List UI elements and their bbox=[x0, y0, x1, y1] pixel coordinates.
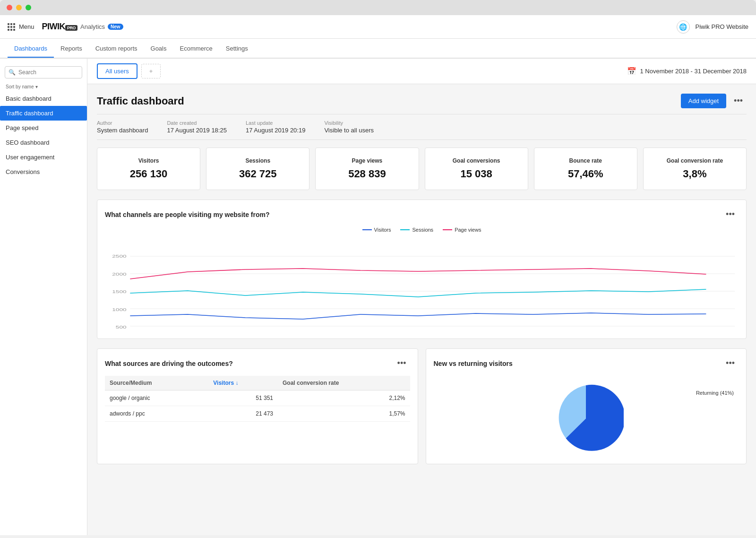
meta-last-update: Last update 17 August 2019 20:19 bbox=[246, 120, 306, 134]
sources-title-row: What sources are driving the outcomes? •… bbox=[105, 356, 410, 370]
dashboard-actions: Add widget ••• bbox=[681, 94, 747, 108]
col-goal-rate: Goal conversion rate bbox=[278, 376, 410, 390]
sources-title: What sources are driving the outcomes? bbox=[105, 360, 233, 367]
legend-visitors: Visitors bbox=[362, 227, 391, 233]
kpi-sessions: Sessions 362 725 bbox=[206, 148, 309, 190]
pie-title-row: New vs returning visitors ••• bbox=[434, 356, 739, 370]
search-input[interactable] bbox=[5, 66, 82, 78]
kpi-visitors: Visitors 256 130 bbox=[97, 148, 200, 190]
site-name: Piwik PRO Website bbox=[696, 23, 748, 30]
nav-tabs: Dashboards Reports Custom reports Goals … bbox=[0, 39, 756, 59]
pie-chart-section: New vs returning visitors ••• R bbox=[426, 348, 747, 464]
chart-title-row: What channels are people visiting my web… bbox=[105, 208, 739, 221]
tab-ecommerce[interactable]: Ecommerce bbox=[173, 40, 219, 58]
visitors-1: 51 351 bbox=[208, 390, 278, 406]
new-badge: New bbox=[108, 24, 123, 30]
visitors-2: 21 473 bbox=[208, 406, 278, 422]
chart-more-button[interactable]: ••• bbox=[722, 208, 739, 221]
sort-by-name[interactable]: Sort by name ▾ bbox=[0, 82, 87, 91]
table-row: google / organic 51 351 2,12% bbox=[105, 390, 410, 406]
add-widget-button[interactable]: Add widget bbox=[681, 94, 726, 108]
chart-svg: 500 1000 1500 2000 2500 bbox=[105, 236, 739, 331]
sidebar-item-seo[interactable]: SEO dashboard bbox=[0, 135, 87, 150]
source-2: adwords / ppc bbox=[105, 406, 208, 422]
meta-date-created: Date created 17 August 2019 18:25 bbox=[167, 120, 227, 134]
kpi-page-views: Page views 528 839 bbox=[315, 148, 419, 190]
rate-2: 1,57% bbox=[278, 406, 410, 422]
sidebar-item-page-speed[interactable]: Page speed bbox=[0, 121, 87, 135]
sidebar-item-basic[interactable]: Basic dashboard bbox=[0, 91, 87, 106]
tab-custom-reports[interactable]: Custom reports bbox=[89, 40, 144, 58]
sources-table-section: What sources are driving the outcomes? •… bbox=[97, 348, 418, 464]
pie-more-button[interactable]: ••• bbox=[722, 356, 739, 370]
sidebar-item-traffic[interactable]: Traffic dashboard bbox=[0, 106, 87, 121]
dashboard-title: Traffic dashboard bbox=[97, 95, 184, 107]
pie-svg bbox=[548, 381, 624, 456]
calendar-icon: 📅 bbox=[627, 67, 636, 76]
col-visitors-sort[interactable]: Visitors ↓ bbox=[208, 376, 278, 390]
svg-text:1500: 1500 bbox=[112, 289, 126, 294]
analytics-label: Analytics bbox=[80, 23, 105, 30]
chart-area: 500 1000 1500 2000 2500 bbox=[105, 236, 739, 331]
date-range: 📅 1 November 2018 - 31 December 2018 bbox=[627, 67, 747, 76]
logo-pro: PRO bbox=[65, 25, 77, 31]
all-users-tab[interactable]: All users bbox=[97, 63, 137, 79]
sources-table: Source/Medium Visitors ↓ Goal conversion… bbox=[105, 376, 410, 422]
sidebar-search-wrapper: 🔍 bbox=[5, 66, 82, 78]
chart-title: What channels are people visiting my web… bbox=[105, 211, 270, 218]
bottom-row: What sources are driving the outcomes? •… bbox=[97, 348, 747, 464]
tab-settings[interactable]: Settings bbox=[219, 40, 255, 58]
topbar-right: 🌐 Piwik PRO Website bbox=[677, 20, 748, 34]
sidebar: 🔍 Sort by name ▾ Basic dashboard Traffic… bbox=[0, 59, 87, 535]
channels-chart-section: What channels are people visiting my web… bbox=[97, 200, 747, 339]
meta-author: Author System dashboard bbox=[97, 120, 148, 134]
meta-row: Author System dashboard Date created 17 … bbox=[97, 114, 747, 140]
maximize-btn[interactable] bbox=[26, 5, 31, 10]
legend-page-views-dot bbox=[443, 229, 452, 230]
legend-sessions: Sessions bbox=[400, 227, 433, 233]
close-btn[interactable] bbox=[7, 5, 12, 10]
svg-text:2500: 2500 bbox=[112, 254, 126, 258]
pie-container: Returning (41%) bbox=[434, 381, 739, 456]
legend-visitors-dot bbox=[362, 229, 372, 230]
main-content: All users + 📅 1 November 2018 - 31 Decem… bbox=[87, 59, 756, 535]
dashboard-content: Traffic dashboard Add widget ••• Author … bbox=[87, 84, 756, 474]
kpi-row: Visitors 256 130 Sessions 362 725 Page v… bbox=[97, 148, 747, 190]
add-tab-button[interactable]: + bbox=[141, 64, 161, 78]
tab-dashboards[interactable]: Dashboards bbox=[8, 40, 54, 58]
sidebar-item-conversions[interactable]: Conversions bbox=[0, 165, 87, 179]
sources-more-button[interactable]: ••• bbox=[394, 356, 410, 370]
layout: 🔍 Sort by name ▾ Basic dashboard Traffic… bbox=[0, 59, 756, 535]
tab-goals[interactable]: Goals bbox=[144, 40, 173, 58]
col-source-medium: Source/Medium bbox=[105, 376, 208, 390]
sidebar-item-user-engagement[interactable]: User engagement bbox=[0, 150, 87, 165]
topbar: Menu PIWIKPRO Analytics New 🌐 Piwik PRO … bbox=[0, 15, 756, 39]
minimize-btn[interactable] bbox=[16, 5, 22, 10]
tab-reports[interactable]: Reports bbox=[54, 40, 89, 58]
meta-visibility: Visibility Visible to all users bbox=[324, 120, 374, 134]
kpi-goal-conversions: Goal conversions 15 038 bbox=[425, 148, 528, 190]
grid-icon bbox=[8, 23, 15, 31]
search-icon: 🔍 bbox=[9, 69, 16, 76]
kpi-goal-conversion-rate: Goal conversion rate 3,8% bbox=[643, 148, 747, 190]
chart-legend: Visitors Sessions Page views bbox=[105, 227, 739, 233]
logo: PIWIKPRO Analytics New bbox=[42, 22, 123, 32]
svg-text:2000: 2000 bbox=[112, 272, 126, 276]
kpi-bounce-rate: Bounce rate 57,46% bbox=[534, 148, 637, 190]
menu-button[interactable]: Menu bbox=[8, 23, 34, 31]
table-row: adwords / ppc 21 473 1,57% bbox=[105, 406, 410, 422]
dashboard-header-bar: All users + 📅 1 November 2018 - 31 Decem… bbox=[87, 59, 756, 84]
rate-1: 2,12% bbox=[278, 390, 410, 406]
source-1: google / organic bbox=[105, 390, 208, 406]
svg-text:500: 500 bbox=[116, 325, 127, 329]
pie-title: New vs returning visitors bbox=[434, 360, 513, 367]
logo-text: PIWIKPRO bbox=[42, 22, 78, 32]
svg-text:1000: 1000 bbox=[112, 307, 126, 312]
dashboard-title-row: Traffic dashboard Add widget ••• bbox=[97, 94, 747, 108]
legend-page-views: Page views bbox=[443, 227, 481, 233]
more-options-button[interactable]: ••• bbox=[730, 94, 747, 108]
returning-label: Returning (41%) bbox=[696, 390, 734, 396]
globe-button[interactable]: 🌐 bbox=[677, 20, 690, 34]
menu-label: Menu bbox=[19, 23, 34, 30]
window-chrome bbox=[0, 0, 756, 15]
